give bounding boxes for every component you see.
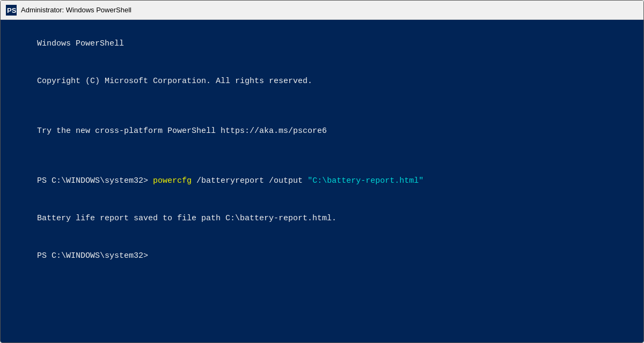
text-copyright: Copyright (C) Microsoft Corporation. All… xyxy=(37,77,312,86)
command-keyword: powercfg xyxy=(153,176,192,185)
terminal-output-line: Battery life report saved to file path C… xyxy=(8,200,636,237)
terminal-line-2: Copyright (C) Microsoft Corporation. All… xyxy=(8,63,636,100)
terminal-command-line: PS C:\WINDOWS\system32> powercfg /batter… xyxy=(8,162,636,200)
blank-line-1 xyxy=(8,100,636,113)
command-args: /batteryreport /output xyxy=(192,176,308,185)
terminal-line-3: Try the new cross-platform PowerShell ht… xyxy=(8,113,636,150)
terminal-line-1: Windows PowerShell xyxy=(8,25,636,63)
title-bar: PS Administrator: Windows PowerShell xyxy=(1,1,643,20)
blank-line-2 xyxy=(8,150,636,162)
window-title: Administrator: Windows PowerShell xyxy=(21,6,131,14)
prompt-2: PS C:\WINDOWS\system32> xyxy=(37,251,153,260)
text-battery-report: Battery life report saved to file path C… xyxy=(37,214,336,223)
terminal-prompt-line: PS C:\WINDOWS\system32> xyxy=(8,237,636,274)
prompt-1: PS C:\WINDOWS\system32> xyxy=(37,176,153,185)
svg-text:PS: PS xyxy=(7,6,17,14)
text-try-new: Try the new cross-platform PowerShell ht… xyxy=(37,126,327,136)
text-windows-powershell: Windows PowerShell xyxy=(37,39,124,48)
powershell-window: PS Administrator: Windows PowerShell Win… xyxy=(0,0,644,343)
terminal-body[interactable]: Windows PowerShell Copyright (C) Microso… xyxy=(1,20,643,342)
powershell-icon: PS xyxy=(6,5,17,16)
command-string: "C:\battery-report.html" xyxy=(308,176,423,185)
